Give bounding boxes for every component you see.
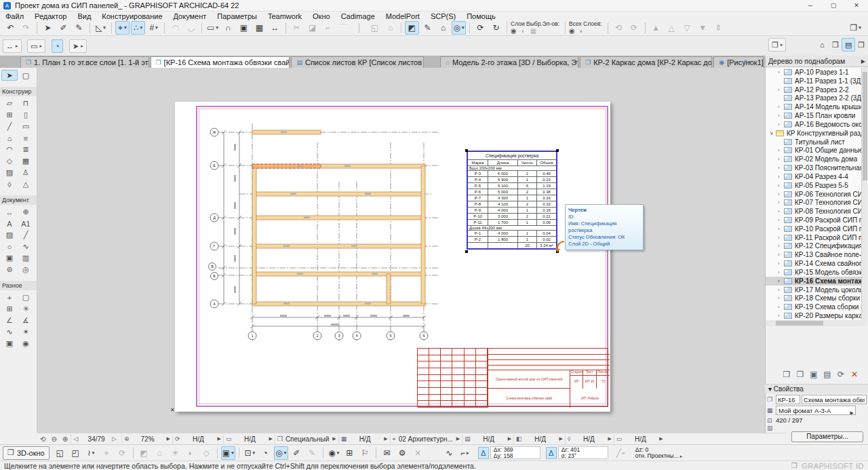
nav-option-field[interactable]: ❒Специальный▶ (275, 434, 338, 444)
tree-expander-icon[interactable]: › (778, 287, 784, 293)
zone-tool-icon[interactable]: ▨ (1, 167, 18, 178)
delete-icon[interactable]: ✕ (848, 370, 861, 379)
dimension-tool-icon[interactable]: ↔ (1, 206, 18, 218)
column-tool-icon[interactable]: ▯ (18, 109, 34, 121)
tree-item[interactable]: › КР-17 Модель цокольного п (766, 286, 862, 294)
pop-up-navigator-icon[interactable]: ⌂▾ (743, 57, 750, 65)
tree-expander-icon[interactable]: › (778, 199, 784, 205)
menu-item[interactable]: Редактор (29, 12, 72, 20)
selection-handle[interactable] (465, 250, 468, 253)
tree-item[interactable]: › КР-03 Пояснительная записка (766, 163, 862, 172)
menu-item[interactable]: Помощь (461, 12, 501, 20)
tree-item[interactable]: › КР-01 Общие данные (766, 146, 862, 155)
layout-canvas[interactable]: ✕ (37, 68, 765, 433)
layers-undo-icon[interactable]: ⟲▾ (612, 21, 626, 35)
nav-option-field[interactable]: ◧Н/Д▶ (513, 434, 565, 444)
tab-kr16-layout[interactable]: ❒ [КР-16 Схема монтажа обвязки свай] ✕ (151, 56, 290, 68)
maximize-icon[interactable]: ▢ (822, 2, 845, 9)
snapshot-icon[interactable]: ⊞▾ (342, 446, 357, 460)
show-all-layers-icon[interactable]: ◉ (569, 27, 575, 35)
coordinate-origin-icon[interactable]: ⌐▸ (458, 446, 472, 460)
tree-expander-icon[interactable]: › (778, 304, 784, 310)
trim-icon[interactable]: ✂▾ (290, 21, 304, 35)
snap-points-icon[interactable]: ∴▾ (131, 21, 145, 35)
redo-icon[interactable]: ↷▾ (19, 21, 33, 35)
elevate-icon[interactable]: ⌂▾ (383, 21, 397, 35)
mesh-tool-icon[interactable]: △ (18, 178, 34, 190)
element-filter-icon[interactable]: ◎▾ (452, 21, 466, 35)
menu-item[interactable]: Параметры (212, 12, 262, 20)
tab-kr2-layout[interactable]: ❒ КР-2 Каркас дома [КР-2 Каркас дома] ✕ (580, 56, 712, 68)
tree-expander-icon[interactable]: › (778, 313, 784, 319)
master-format-select[interactable]: Мой фомат А-3-А▶ (776, 406, 856, 415)
markup-icon[interactable]: ✎▾ (420, 21, 435, 35)
dimension-favorites-button[interactable]: ↔▸ (3, 39, 22, 53)
marquee-favorites-button[interactable]: ▭▸ (27, 39, 45, 53)
check-elements-icon[interactable]: ◩▾ (405, 21, 419, 35)
marquee-tool[interactable]: ▢ (18, 70, 34, 81)
layers-redo-icon[interactable]: ⟳▾ (627, 21, 642, 35)
tree-item[interactable]: › КР-02 Модель дома (766, 155, 862, 163)
fill-tool-icon[interactable]: ▨ (1, 229, 18, 241)
tree-expander-icon[interactable]: › (778, 235, 784, 241)
zoom-in-icon[interactable]: ⊕ (60, 435, 71, 443)
tree-expander-icon[interactable]: › (778, 121, 784, 128)
layout-settings-icon[interactable]: ❒ (780, 370, 793, 379)
shadows-icon[interactable]: ◐▾ (184, 446, 198, 460)
wall-tool-icon[interactable]: ▱ (1, 98, 18, 109)
door-tool-icon[interactable]: ⊓ (18, 98, 34, 109)
tree-expander-icon[interactable]: › (778, 104, 784, 110)
layout-name-field[interactable] (802, 395, 867, 404)
line-tool-icon[interactable]: ╱ (18, 229, 34, 241)
tracker-ra-field[interactable]: Δr: 401 α: 23° (558, 446, 608, 459)
toolbox-section-misc[interactable]: Разное (0, 281, 37, 290)
element-table-icon[interactable]: ▦▾ (252, 21, 267, 35)
send-backward-icon[interactable]: ▽▾ (680, 21, 694, 35)
camera-icon[interactable]: ◉▾ (327, 446, 341, 460)
tree-item[interactable]: АР-13 Разрез 2-2 (3Д) (766, 94, 862, 102)
tree-expander-icon[interactable]: › (778, 269, 784, 275)
detail-tool-icon[interactable]: ◎ (18, 264, 34, 275)
send-to-back-icon[interactable]: ▼▾ (696, 21, 710, 35)
arrow-select-tool[interactable]: ➤ (1, 70, 18, 81)
tree-item[interactable]: › АР-16 Ведомость окон и две (766, 120, 862, 129)
level-dimension-tool-icon[interactable]: ⊕ (18, 206, 34, 218)
tree-item[interactable]: › КР-05 Разрез 5-5 (766, 181, 862, 190)
window-tool-icon[interactable]: ⊞ (1, 109, 18, 121)
image-tool-icon[interactable]: ▣ (1, 338, 18, 349)
slab-tool-icon[interactable]: ▭ (18, 121, 34, 132)
nav-option-field[interactable]: ▭Н/Д▶ (223, 434, 275, 444)
zoom-reset-icon[interactable]: ⟲ (37, 435, 48, 443)
layout-book-icon[interactable]: ▤ (842, 38, 855, 52)
snap-grid-icon[interactable]: #▾ (146, 21, 161, 35)
curtain-wall-tool-icon[interactable]: ▦ (18, 155, 34, 167)
tree-item[interactable]: › АР-15 План кровли (766, 111, 862, 120)
beam-tool-icon[interactable]: ╱ (1, 121, 18, 132)
lock-icon[interactable]: ∩▾ (221, 21, 235, 35)
intersect-icon[interactable]: ⌡▾ (352, 21, 366, 35)
filter-elements-3d-icon[interactable]: ▣▾ (221, 446, 235, 460)
resize-icon[interactable]: ◱▾ (368, 21, 382, 35)
orbit-icon[interactable]: ⟳▾ (115, 446, 130, 460)
zoom-out-icon[interactable]: ⊖ (48, 435, 59, 443)
toolbox-section-construct[interactable]: Конструир (0, 87, 37, 96)
gravity-icon[interactable]: ◠▾ (168, 21, 182, 35)
tree-item[interactable]: › КР-16 Схема монтажа обвязки свай (766, 277, 862, 286)
split-icon[interactable]: ◪▾ (305, 21, 319, 35)
tree-expander-icon[interactable]: ∨ (770, 130, 776, 136)
tree-item[interactable]: › КР-18 Схемы сборки цоколь (766, 294, 862, 303)
import-layout-icon[interactable]: ▤ (821, 370, 834, 379)
tab-plan-1[interactable]: ❐ 1. План 1 го эт.все слои [1. 1-й этаж]… (20, 56, 149, 68)
tree-item[interactable]: ∨ КР Конструктивный раздел (766, 129, 862, 138)
renovation-icon[interactable]: ⌂▾ (436, 21, 450, 35)
slope-icon[interactable]: ╱▸ (614, 446, 628, 460)
stretch-icon[interactable]: ↔▾ (268, 21, 282, 35)
notification-icon[interactable]: ⚐▾ (358, 446, 372, 460)
tree-expander-icon[interactable]: › (778, 87, 784, 93)
undo-icon[interactable]: ↶▾ (3, 21, 18, 35)
marquee-3d-icon[interactable]: ⊡▾ (243, 446, 257, 460)
axonometry-icon[interactable]: ◰▾ (68, 446, 83, 460)
tree-expander-icon[interactable]: › (778, 182, 784, 189)
object-tool-icon[interactable]: ♙ (18, 167, 34, 178)
perspective-icon[interactable]: ◱▾ (53, 446, 67, 460)
